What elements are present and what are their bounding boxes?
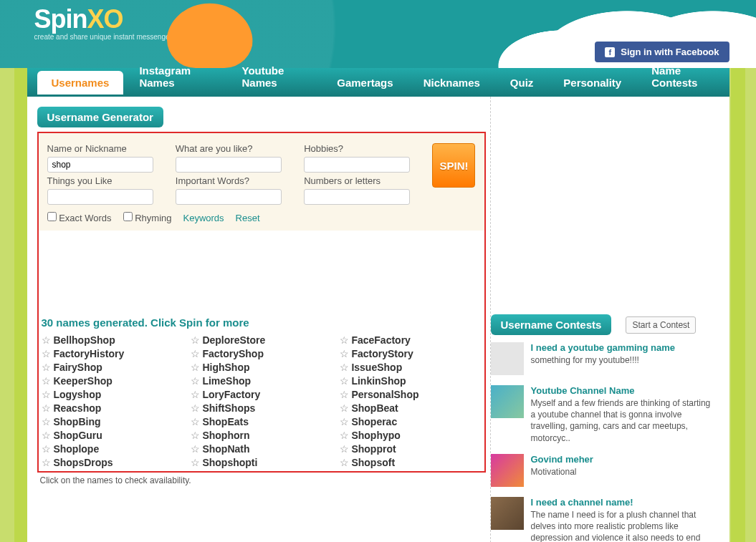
username-result[interactable]: ShopBing	[42, 416, 183, 427]
contest-desc: Myself and a few friends are thinking of…	[531, 397, 712, 444]
label-things: Things you Like	[47, 175, 168, 186]
username-result[interactable]: ShopGuru	[42, 430, 183, 441]
contest-title[interactable]: Govind meher	[531, 454, 593, 465]
username-result[interactable]: LinkinShop	[340, 375, 482, 387]
contest-item: Govind meherMotivational	[491, 454, 712, 487]
spin-button[interactable]: SPIN!	[432, 143, 475, 188]
exact-words-checkbox[interactable]	[47, 212, 57, 221]
name-input[interactable]	[47, 157, 153, 173]
username-result[interactable]: Logyshop	[42, 389, 183, 400]
username-result[interactable]: FaceFactory	[340, 334, 482, 346]
username-result[interactable]: FactoryHistory	[42, 348, 183, 359]
username-result[interactable]: ShopNath	[191, 443, 332, 455]
availability-note: Click on the names to check availability…	[40, 475, 483, 485]
page-title: Username Generator	[37, 107, 163, 127]
facebook-signin-label: Sign in with Facebook	[621, 47, 719, 57]
username-result[interactable]: Shoperac	[340, 416, 482, 427]
username-result[interactable]: Shoplope	[42, 443, 183, 455]
numbers-input[interactable]	[304, 189, 410, 205]
avatar	[491, 454, 524, 487]
label-name: Name or Nickname	[47, 143, 168, 154]
reset-link[interactable]: Reset	[236, 213, 260, 223]
username-result[interactable]: ShopEats	[191, 416, 332, 427]
avatar	[491, 497, 524, 530]
logo-xo: XO	[87, 4, 123, 34]
tab-personality[interactable]: Personality	[549, 71, 636, 95]
username-result[interactable]: ShopBeat	[340, 402, 482, 414]
username-result[interactable]: FactoryStory	[340, 348, 482, 359]
contest-list: I need a youtube gamming namesomething f…	[491, 342, 712, 542]
username-result[interactable]: IssueShop	[340, 362, 482, 373]
exact-words-option[interactable]: Exact Words	[47, 212, 112, 223]
avatar	[491, 342, 524, 375]
keywords-link[interactable]: Keywords	[183, 213, 224, 223]
username-result[interactable]: Shophorn	[191, 430, 332, 441]
tab-usernames[interactable]: Usernames	[37, 71, 124, 95]
tab-nicknames[interactable]: Nicknames	[409, 71, 494, 95]
label-numbers: Numbers or letters	[304, 175, 425, 186]
things-input[interactable]	[47, 189, 153, 205]
contests-title: Username Contests	[491, 314, 612, 335]
tab-name-contests[interactable]: Name Contests	[637, 59, 729, 95]
names-grid: BellhopShopDeploreStoreFaceFactoryFactor…	[39, 334, 484, 468]
username-result[interactable]: KeeperShop	[42, 375, 183, 387]
contest-title[interactable]: Youtube Channel Name	[531, 385, 712, 396]
generator-panel: Name or Nickname What are you like? Hobb…	[37, 132, 486, 473]
generated-count: 30 names generated. Click Spin for more	[42, 316, 482, 329]
username-result[interactable]: PersonalShop	[340, 389, 482, 400]
username-result[interactable]: DeploreStore	[191, 334, 332, 346]
contest-title[interactable]: I need a channel name!	[531, 497, 712, 508]
logo-spin: Spin	[34, 4, 87, 34]
avatar	[491, 385, 524, 418]
contest-item: I need a channel name!The name I need is…	[491, 497, 712, 542]
hobbies-input[interactable]	[304, 157, 410, 173]
rhyming-option[interactable]: Rhyming	[123, 212, 172, 223]
contest-desc: something for my youtube!!!!	[531, 354, 676, 366]
tab-youtube-names[interactable]: Youtube Names	[228, 59, 322, 95]
username-result[interactable]: LimeShop	[191, 375, 332, 387]
label-hobbies: Hobbies?	[304, 143, 425, 154]
label-like: What are you like?	[176, 143, 297, 154]
username-result[interactable]: Shophypo	[340, 430, 482, 441]
facebook-icon: f	[605, 47, 615, 57]
start-contest-button[interactable]: Start a Contest	[626, 316, 696, 334]
username-result[interactable]: ShiftShops	[191, 402, 332, 414]
contest-item: Youtube Channel NameMyself and a few fri…	[491, 385, 712, 444]
username-result[interactable]: Shopprot	[340, 443, 482, 455]
contest-title[interactable]: I need a youtube gamming name	[531, 342, 676, 353]
username-result[interactable]: Shopshopti	[191, 457, 332, 468]
username-result[interactable]: FactoryShop	[191, 348, 332, 359]
username-result[interactable]: HighShop	[191, 362, 332, 373]
tab-instagram-names[interactable]: Instagram Names	[125, 59, 226, 95]
contest-desc: Motivational	[531, 466, 593, 478]
label-words: Important Words?	[176, 175, 297, 186]
tab-quiz[interactable]: Quiz	[496, 71, 548, 95]
contest-item: I need a youtube gamming namesomething f…	[491, 342, 712, 375]
words-input[interactable]	[176, 189, 282, 205]
username-result[interactable]: BellhopShop	[42, 334, 183, 346]
username-result[interactable]: FairyShop	[42, 362, 183, 373]
username-result[interactable]: Reacshop	[42, 402, 183, 414]
username-result[interactable]: ShopsDrops	[42, 457, 183, 468]
username-result[interactable]: Shopsoft	[340, 457, 482, 468]
username-result[interactable]: LoryFactory	[191, 389, 332, 400]
main-tabs: Usernames Instagram Names Youtube Names …	[27, 68, 729, 97]
contest-desc: The name I need is for a plush channel t…	[531, 509, 712, 542]
rhyming-checkbox[interactable]	[123, 212, 133, 221]
tab-gamertags[interactable]: Gamertags	[322, 71, 407, 95]
like-input[interactable]	[176, 157, 282, 173]
